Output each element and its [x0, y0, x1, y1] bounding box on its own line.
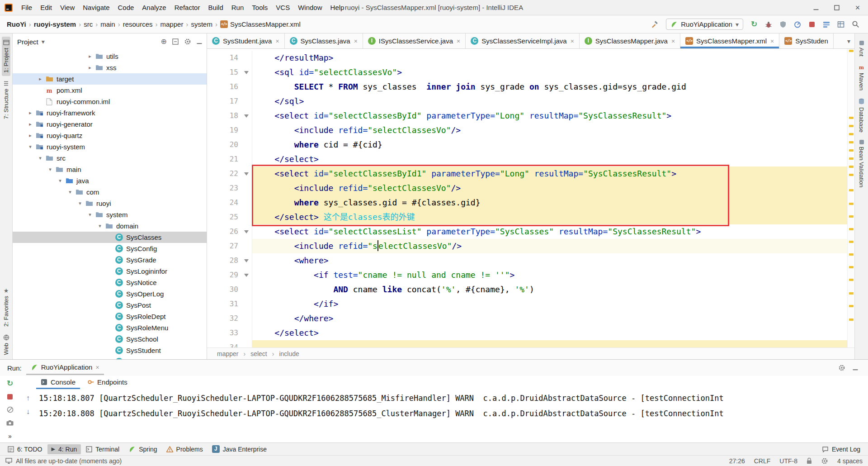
editor-body[interactable]: 14 </resultMap>15 <sql id="selectClasses…: [207, 49, 854, 347]
editor-scroll-strip[interactable]: [847, 49, 854, 347]
code-text[interactable]: <include refid="selectClassesVo"/>: [252, 181, 847, 195]
expand-arrow[interactable]: ▾: [96, 223, 104, 229]
close-tab-icon[interactable]: ×: [457, 38, 460, 44]
crosshair-icon[interactable]: ⊕: [161, 38, 167, 45]
tab-overflow-button[interactable]: ▾: [847, 33, 854, 48]
fold-marker[interactable]: [244, 172, 249, 176]
tree-item-ruoyi-framework[interactable]: ▸ruoyi-framework: [13, 107, 207, 119]
tree-item-syslogininfor[interactable]: CSysLogininfor: [13, 266, 207, 277]
code-line-17[interactable]: 17 </sql>: [207, 94, 847, 109]
fold-marker[interactable]: [244, 274, 249, 277]
code-line-34[interactable]: 34: [207, 340, 847, 347]
code-line-32[interactable]: 32 </where>: [207, 311, 847, 326]
tool-stripe-ant[interactable]: Ant: [857, 38, 866, 60]
tab-isysclassesservice-java[interactable]: IISysClassesService.java×: [363, 33, 466, 48]
tree-item-sysconfig[interactable]: CSysConfig: [13, 243, 207, 254]
indent-style[interactable]: 4 spaces: [837, 457, 863, 465]
tool-stripe-maven[interactable]: mMaven: [857, 61, 866, 94]
chevron-down-icon[interactable]: ▾: [42, 38, 45, 45]
code-text[interactable]: <where>: [252, 253, 847, 268]
menu-window[interactable]: Window: [294, 1, 326, 14]
tree-item-sysclasses[interactable]: CSysClasses: [13, 232, 207, 243]
maximize-window-button[interactable]: [826, 0, 847, 15]
tool-stripe-2-favorites[interactable]: ★2: Favorites: [2, 285, 10, 330]
editor-breadcrumb-select[interactable]: select: [249, 350, 269, 358]
close-tab-icon[interactable]: ×: [671, 38, 675, 44]
close-tab-icon[interactable]: ×: [275, 38, 279, 44]
tree-item-target[interactable]: ▸target: [13, 73, 207, 85]
tree-item-ruoyi-quartz[interactable]: ▸ruoyi-quartz: [13, 130, 207, 141]
expand-arrow[interactable]: ▸: [86, 53, 94, 59]
menu-tools[interactable]: Tools: [248, 1, 272, 14]
close-tab-icon[interactable]: ×: [571, 38, 574, 44]
search-icon[interactable]: [848, 18, 863, 31]
code-text[interactable]: <if test="cname != null and cname != ''"…: [252, 268, 847, 282]
fold-marker[interactable]: [244, 259, 249, 262]
code-text[interactable]: where sys_classes.gid = #{classes.gid}: [252, 195, 847, 210]
file-encoding[interactable]: UTF-8: [779, 457, 797, 465]
close-tab-icon[interactable]: ×: [770, 38, 774, 44]
code-line-14[interactable]: 14 </resultMap>: [207, 51, 847, 65]
stop-icon[interactable]: [805, 18, 819, 31]
tab-sysclassesmapper-xml[interactable]: </>SysClassesMapper.xml×: [680, 33, 779, 48]
coverage-icon[interactable]: [776, 18, 790, 31]
code-text[interactable]: </if>: [252, 297, 847, 311]
line-separator[interactable]: CRLF: [754, 457, 771, 465]
code-line-23[interactable]: 23 <include refid="selectClassesVo"/>: [207, 181, 847, 195]
expand-arrow[interactable]: ▸: [26, 110, 34, 116]
toolwindow-button-6-todo[interactable]: 6: TODO: [4, 444, 47, 454]
rerun-icon[interactable]: ↻: [747, 18, 761, 31]
tab-sysclassesserviceimpl-java[interactable]: CSysClassesServiceImpl.java×: [466, 33, 580, 48]
menu-analyze[interactable]: Analyze: [138, 1, 170, 14]
breadcrumb-item-ruoyi[interactable]: RuoYi: [5, 19, 28, 29]
tool-stripe-7-structure[interactable]: 7: Structure: [2, 77, 10, 122]
expand-arrow[interactable]: ▸: [26, 121, 34, 127]
code-text[interactable]: where cid = #{cid}: [252, 138, 847, 152]
code-text[interactable]: AND cname like concat('%', #{cname}, '%'…: [252, 282, 847, 297]
gear-icon[interactable]: [184, 38, 191, 45]
tool-stripe-1-project[interactable]: 1: Project: [2, 37, 10, 76]
breadcrumb-item-ruoyi-system[interactable]: ruoyi-system: [33, 19, 77, 29]
code-line-24[interactable]: 24 where sys_classes.gid = #{classes.gid…: [207, 195, 847, 210]
toolwindow-button-terminal[interactable]: Terminal: [82, 444, 123, 454]
expand-arrow[interactable]: ▸: [26, 133, 34, 138]
expand-arrow[interactable]: ▾: [56, 178, 64, 184]
lock-icon[interactable]: [807, 457, 812, 464]
close-tab-icon[interactable]: ×: [95, 364, 99, 371]
code-text[interactable]: </resultMap>: [252, 51, 847, 65]
tree-item-ruoyi-system[interactable]: ▾ruoyi-system: [13, 141, 207, 152]
tree-item-sysoperlog[interactable]: CSysOperLog: [13, 288, 207, 300]
menu-run[interactable]: Run: [227, 1, 248, 14]
toolwindow-button-event-log[interactable]: Event Log: [818, 444, 864, 454]
tree-item-sysstudent[interactable]: CSysStudent: [13, 345, 207, 356]
breadcrumb-item-mapper[interactable]: mapper: [159, 19, 185, 29]
tab-sysstudent-java[interactable]: CSysStudent.java×: [207, 33, 285, 48]
menu-code[interactable]: Code: [113, 1, 138, 14]
breadcrumb-item-system[interactable]: system: [189, 19, 214, 29]
breadcrumb-item-src[interactable]: src: [82, 19, 94, 29]
editor-breadcrumb-mapper[interactable]: mapper: [215, 350, 240, 358]
run-tab-endpoints[interactable]: Endpoints: [83, 376, 132, 389]
expand-arrow[interactable]: ▸: [86, 65, 94, 71]
menu-view[interactable]: View: [56, 1, 79, 14]
expand-arrow[interactable]: ▸: [36, 76, 44, 82]
tree-item-java[interactable]: ▾java: [13, 175, 207, 186]
expand-arrow[interactable]: ▾: [26, 144, 34, 150]
code-text[interactable]: </select>: [252, 152, 847, 166]
breadcrumb-item-main[interactable]: main: [99, 19, 117, 29]
code-text[interactable]: </where>: [252, 311, 847, 326]
rerun-icon[interactable]: ↻: [3, 377, 17, 390]
fold-marker[interactable]: [244, 114, 249, 118]
up-icon[interactable]: ↑: [21, 391, 35, 405]
close-tab-icon[interactable]: ×: [354, 38, 358, 44]
code-line-25[interactable]: 25 </select> 这个是classes表的外键: [207, 210, 847, 224]
breadcrumb-item-resources[interactable]: resources: [122, 19, 154, 29]
tree-item-utils[interactable]: ▸utils: [13, 51, 207, 62]
code-line-29[interactable]: 29 <if test="cname != null and cname != …: [207, 268, 847, 282]
tree-item-sysroledept[interactable]: CSysRoleDept: [13, 311, 207, 322]
tree-item-ruoyi-common-iml[interactable]: ruoyi-common.iml: [13, 96, 207, 107]
tab-sysclasses-java[interactable]: CSysClasses.java×: [285, 33, 363, 48]
down-icon[interactable]: ↓: [21, 405, 35, 418]
tree-item-item[interactable]: C: [13, 356, 207, 359]
tool-stripe-bean-validation[interactable]: Bean Validation: [857, 137, 866, 190]
